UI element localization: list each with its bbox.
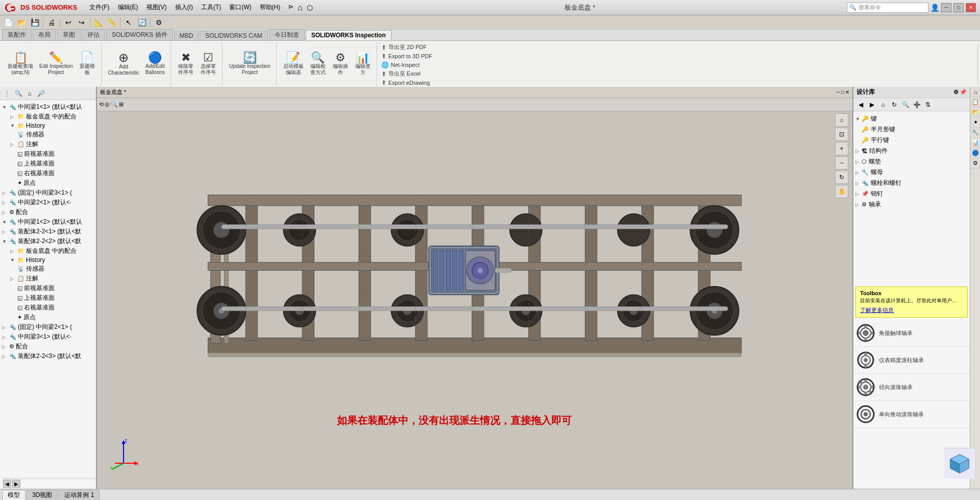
tree-item-item-7[interactable]: ◱上视基准面: [0, 159, 96, 169]
rs-icon-7[interactable]: 🔵: [970, 148, 980, 158]
tree-item-item-10[interactable]: ▷🔩(固定) 中间梁3<1> (: [0, 188, 96, 198]
menu-view[interactable]: 视图(V): [142, 2, 171, 13]
menu-window[interactable]: 窗口(W): [225, 2, 255, 13]
new-template-button[interactable]: 📄 新建模板: [77, 49, 98, 79]
menu-help[interactable]: 帮助(H): [256, 2, 285, 13]
launch-editor-button[interactable]: 📝 启动模板编辑器: [281, 49, 306, 79]
tree-item-item-23[interactable]: ✦原点: [0, 313, 96, 322]
rs-icon-5[interactable]: 🔧: [970, 128, 980, 138]
vp-ctrl-rotate[interactable]: ↻: [835, 171, 848, 184]
bearing-radial[interactable]: 径向滚珠轴承: [853, 374, 970, 401]
dl-item-halfkey[interactable]: 🔑 半月形键: [853, 124, 970, 135]
edit-ops-button[interactable]: ⚙ 编辑操作: [330, 49, 351, 79]
toolbar-rotate[interactable]: 🔄: [136, 16, 148, 29]
dl-item-key[interactable]: ▼ 🔑 键: [853, 113, 970, 124]
tree-item-item-16[interactable]: ▷📁板金底盘 中的配合: [0, 246, 96, 256]
tab-sw-plugins[interactable]: SOLIDWORKS 插件: [106, 29, 173, 40]
toolbar-open[interactable]: 📂: [15, 16, 28, 29]
vp-minimize[interactable]: ─: [837, 89, 840, 95]
bearing-instrument[interactable]: 仪表精度滚柱轴承: [853, 347, 970, 374]
tree-item-item-3[interactable]: ▼📁History: [0, 122, 96, 130]
rs-icon-2[interactable]: 📋: [970, 97, 980, 107]
tree-item-item-15[interactable]: ▼🔩装配体2-2<2> (默认<默: [0, 236, 96, 246]
lp-home-icon[interactable]: ⌂: [24, 88, 35, 99]
tree-item-item-11[interactable]: ▷🔩中间梁2<1> (默认<·: [0, 198, 96, 207]
tab-sketch[interactable]: 草图: [57, 29, 81, 40]
vp-btn-3[interactable]: 🔍: [111, 101, 118, 108]
remove-sequence-button[interactable]: ✖ 移除零件序号: [175, 49, 197, 79]
vp-ctrl-home[interactable]: ⌂: [835, 113, 848, 127]
dl-item-struct[interactable]: ▷ 🏗 结构件: [853, 146, 970, 156]
rs-icon-1[interactable]: ⌂: [970, 87, 980, 97]
lp-search-icon[interactable]: 🔍: [13, 88, 23, 99]
tree-item-item-20[interactable]: ◱前视基准面: [0, 283, 96, 293]
tree-item-item-1[interactable]: ▼🔩中间梁1<1> (默认<默认: [0, 102, 96, 112]
tree-item-item-12[interactable]: ▷⚙配合: [0, 207, 96, 217]
tree-item-item-18[interactable]: 📡传感器: [0, 264, 96, 274]
dl-item-pin[interactable]: ▷ 📌 销钉: [853, 188, 970, 199]
menu-edit[interactable]: 编辑(E): [114, 2, 142, 13]
dl-sort-icon[interactable]: ⇅: [923, 100, 933, 110]
bearing-angular[interactable]: 角接触球轴承: [853, 320, 970, 347]
minimize-button[interactable]: ─: [941, 3, 951, 12]
bearing-thrust[interactable]: 单向推动滚珠轴承: [853, 401, 970, 428]
tree-item-item-8[interactable]: ◱右视基准面: [0, 169, 96, 178]
toolbar-redo[interactable]: ↪: [76, 16, 88, 29]
add-balloons-button[interactable]: 🔵 Add/EditBalloons: [143, 49, 167, 79]
tree-item-item-25[interactable]: ▷🔩中间梁3<1> (默认<·: [0, 332, 96, 342]
tree-item-item-13[interactable]: ▼🔩中间梁1<2> (默认<默认: [0, 217, 96, 227]
add-characteristic-button[interactable]: ⊕ AddCharacteristic: [106, 49, 142, 79]
toolbar-print[interactable]: 🖨: [45, 16, 58, 29]
dl-item-parallelkey[interactable]: 🔑 平行键: [853, 135, 970, 146]
menu-insert[interactable]: 插入(I): [171, 2, 197, 13]
toolbar-measure[interactable]: 📏: [106, 16, 118, 29]
tab-sw-inspection[interactable]: SOLIDWORKS Inspection: [306, 30, 391, 40]
export-3dpdf[interactable]: ⬆ Export to 3D PDF: [380, 52, 975, 60]
tree-item-item-4[interactable]: 📡传感器: [0, 130, 96, 139]
vp-maximize[interactable]: □: [841, 89, 844, 95]
tab-assembly[interactable]: 装配件: [2, 29, 32, 40]
user-icon[interactable]: 👤: [930, 4, 939, 12]
tree-item-item-9[interactable]: ✦原点: [0, 178, 96, 188]
export-excel[interactable]: ⬆ 导出至 Excel: [380, 69, 975, 78]
dl-item-bearing[interactable]: ▷ ⚙ 轴承: [853, 199, 970, 210]
dl-item-bolt[interactable]: ▷ 🔩 螺栓和螺钉: [853, 178, 970, 188]
tab-sw-cam[interactable]: SOLIDWORKS CAM: [200, 31, 267, 40]
dl-refresh-icon[interactable]: ↻: [889, 100, 899, 110]
tab-model[interactable]: 模型: [2, 490, 26, 500]
dl-pin-icon[interactable]: 📌: [960, 89, 967, 96]
dl-back-icon[interactable]: ◀: [855, 100, 866, 110]
toolbox-learn-more[interactable]: 了解更多信息: [860, 306, 963, 314]
3d-box-icon[interactable]: [944, 448, 975, 479]
dl-item-nut[interactable]: ▷ 🔧 螺母: [853, 167, 970, 178]
toolbar-select[interactable]: ↖: [122, 16, 135, 29]
vp-btn-2[interactable]: ◎: [105, 101, 110, 108]
home-icon[interactable]: ⌂: [298, 3, 303, 12]
tab-mbd[interactable]: MBD: [174, 31, 199, 40]
toolbar-undo[interactable]: ↩: [62, 16, 75, 29]
tree-item-item-26[interactable]: ▷⚙配合: [0, 342, 96, 351]
rs-icon-3[interactable]: 📂: [970, 107, 980, 117]
vp-ctrl-zoom-in[interactable]: +: [835, 142, 848, 155]
toolbar-save[interactable]: 💾: [29, 16, 41, 29]
tree-item-item-27[interactable]: ▷🔩装配体2-2<3> (默认<默: [0, 351, 96, 361]
edit-inspection-button[interactable]: ✏️ Edit InspectionProject: [37, 49, 76, 79]
vp-ctrl-pan[interactable]: ✋: [835, 185, 848, 198]
vp-ctrl-zoom-out[interactable]: −: [835, 156, 848, 170]
tab-motion1[interactable]: 运动算例 1: [59, 490, 100, 500]
select-sequence-button[interactable]: ☑ 选择零件序号: [198, 49, 219, 79]
rs-icon-8[interactable]: ⚙: [970, 158, 980, 169]
dl-add-icon[interactable]: ➕: [912, 100, 922, 110]
tree-item-item-2[interactable]: ▷📁板金底盘 中的配合: [0, 112, 96, 122]
menu-arrow[interactable]: ⊳: [284, 2, 298, 13]
update-inspection-button[interactable]: 🔄 Update InspectionProject: [227, 49, 273, 79]
vp-btn-4[interactable]: ⊞: [119, 101, 124, 108]
edit-check-button[interactable]: 🔍 编辑检查方式: [307, 49, 329, 79]
close-button[interactable]: ✕: [966, 3, 976, 12]
tab-today[interactable]: 今日制造: [269, 29, 305, 40]
tree-item-item-17[interactable]: ▼📁History: [0, 256, 96, 264]
toolbar-new[interactable]: 📄: [2, 16, 14, 29]
tab-evaluate[interactable]: 评估: [82, 29, 105, 40]
tab-layout[interactable]: 布局: [33, 29, 56, 40]
tree-item-item-21[interactable]: ◱上视基准面: [0, 293, 96, 303]
